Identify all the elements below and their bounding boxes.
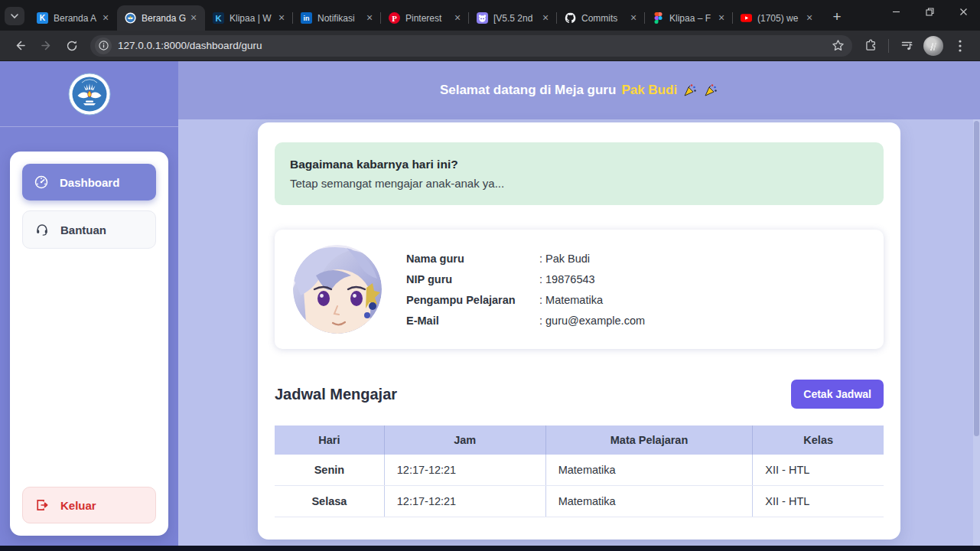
teacher-name: Pak Budi xyxy=(621,83,677,98)
tab-close-icon[interactable]: × xyxy=(363,12,376,24)
schedule-header-row: Jadwal Mengajar Cetak Jadwal xyxy=(275,380,884,409)
figma-favicon-icon xyxy=(652,12,664,24)
back-arrow-icon xyxy=(14,39,27,52)
cell-mata-pelajaran: Matematika xyxy=(545,455,753,486)
tab-title: Klipaa | W xyxy=(230,13,275,24)
welcome-banner: Selamat datang di Meja guru Pak Budi xyxy=(178,61,980,119)
cell-kelas: XII - HTL xyxy=(753,455,884,486)
tab-title: Commits xyxy=(581,13,627,24)
tab-klipaa-figma[interactable]: Klipaa – F × xyxy=(645,5,733,31)
tab-close-icon[interactable]: × xyxy=(539,12,552,24)
new-tab-button[interactable]: + xyxy=(827,7,847,27)
tab-search-button[interactable] xyxy=(5,7,24,25)
column-header-hari: Hari xyxy=(275,425,384,455)
sidebar-item-bantuan[interactable]: Bantuan xyxy=(22,210,156,249)
tab-title: Beranda G xyxy=(142,13,187,24)
speedometer-icon xyxy=(34,175,48,189)
tutwuri-favicon-icon xyxy=(124,12,136,24)
window-close-button[interactable] xyxy=(946,0,980,23)
klipaa-k-favicon-icon: K xyxy=(212,12,224,24)
tab-close-icon[interactable]: × xyxy=(187,12,200,24)
youtube-favicon-icon xyxy=(740,12,752,24)
sidebar-item-label: Dashboard xyxy=(60,176,119,189)
tab-list: K Beranda A × Beranda G × K Klipaa | W ×… xyxy=(29,0,821,31)
tab-youtube[interactable]: (1705) we × xyxy=(733,5,821,31)
browser-menu-button[interactable] xyxy=(948,34,972,58)
forward-button[interactable] xyxy=(34,34,58,58)
cell-hari: Senin xyxy=(275,455,384,486)
tab-title: Klipaa – F xyxy=(669,13,715,24)
tab-title: [V5.5 2nd xyxy=(493,13,539,24)
window-controls xyxy=(879,0,980,23)
klipaa-favicon-icon: K xyxy=(36,12,48,24)
tab-beranda-a[interactable]: K Beranda A × xyxy=(29,5,117,31)
field-label: NIP guru xyxy=(406,273,539,285)
window-minimize-button[interactable] xyxy=(879,0,913,23)
svg-text:K: K xyxy=(39,14,45,22)
field-value: : Pak Budi xyxy=(539,253,645,265)
greeting-title: Bagaimana kabarnya hari ini? xyxy=(290,158,868,171)
field-label: Nama guru xyxy=(406,253,539,265)
tab-close-icon[interactable]: × xyxy=(451,12,464,24)
linkedin-favicon-icon: in xyxy=(300,12,312,24)
tutwuri-handayani-logo xyxy=(68,73,111,116)
column-header-kelas: Kelas xyxy=(753,425,884,455)
tab-hoyolab[interactable]: [V5.5 2nd × xyxy=(469,5,557,31)
pinterest-favicon-icon: P xyxy=(388,12,400,24)
media-controls-button[interactable] xyxy=(894,34,919,58)
tab-github-commits[interactable]: Commits × xyxy=(557,5,645,31)
browser-toolbar: 127.0.0.1:8000/dashboard/guru xyxy=(0,31,980,61)
bookmark-star-icon[interactable] xyxy=(832,39,845,52)
reload-button[interactable] xyxy=(60,34,84,58)
cell-jam: 12:17-12:21 xyxy=(384,455,545,486)
logout-label: Keluar xyxy=(60,499,96,512)
back-button[interactable] xyxy=(8,34,32,58)
svg-text:K: K xyxy=(215,14,222,23)
browser-tab-strip: K Beranda A × Beranda G × K Klipaa | W ×… xyxy=(0,0,980,31)
sidebar-nav-card: Dashboard Bantuan Keluar xyxy=(10,152,168,536)
tab-notifikasi[interactable]: in Notifikasi × xyxy=(293,5,381,31)
scrollbar-thumb[interactable] xyxy=(974,121,979,436)
logout-button[interactable]: Keluar xyxy=(22,487,156,523)
field-value: : guru@example.com xyxy=(539,315,645,327)
field-label: E-Mail xyxy=(406,315,539,327)
toolbar-separator xyxy=(888,39,889,53)
profile-avatar-button[interactable] xyxy=(923,36,943,56)
tab-close-icon[interactable]: × xyxy=(275,12,288,24)
tab-pinterest[interactable]: P Pinterest × xyxy=(381,5,469,31)
tab-close-icon[interactable]: × xyxy=(715,12,728,24)
print-schedule-button[interactable]: Cetak Jadwal xyxy=(791,380,884,409)
party-popper-icon xyxy=(703,83,718,98)
hoyolab-favicon-icon xyxy=(476,12,488,24)
close-icon xyxy=(959,8,968,16)
sidebar-spacer xyxy=(22,249,156,487)
forward-arrow-icon xyxy=(40,39,53,52)
school-logo-wrap xyxy=(0,61,178,127)
tab-close-icon[interactable]: × xyxy=(803,12,816,24)
table-row: Senin 12:17-12:21 Matematika XII - HTL xyxy=(275,455,884,486)
page-scrollbar xyxy=(973,119,980,546)
cell-hari: Selasa xyxy=(275,486,384,517)
schedule-title: Jadwal Mengajar xyxy=(275,386,397,403)
sidebar-item-dashboard[interactable]: Dashboard xyxy=(22,164,156,201)
chevron-down-icon xyxy=(10,11,19,21)
tab-close-icon[interactable]: × xyxy=(99,12,112,24)
field-value: : Matematika xyxy=(539,294,645,306)
tab-klipaa-w[interactable]: K Klipaa | W × xyxy=(205,5,293,31)
main-area: Selamat datang di Meja guru Pak Budi Bag… xyxy=(178,61,980,546)
bottom-dark-strip xyxy=(0,546,980,551)
tab-close-icon[interactable]: × xyxy=(627,12,640,24)
tab-beranda-guru-active[interactable]: Beranda G × xyxy=(117,5,205,31)
tab-title: Notifikasi xyxy=(317,13,363,24)
column-header-mata-pelajaran: Mata Pelajaran xyxy=(545,425,753,455)
field-label: Pengampu Pelajaran xyxy=(406,294,539,306)
github-favicon-icon xyxy=(564,12,576,24)
logout-icon xyxy=(35,498,49,512)
url-text[interactable]: 127.0.0.1:8000/dashboard/guru xyxy=(118,40,825,51)
site-info-button[interactable] xyxy=(95,37,112,54)
address-bar[interactable]: 127.0.0.1:8000/dashboard/guru xyxy=(90,35,852,57)
window-restore-button[interactable] xyxy=(913,0,946,23)
schedule-table: Hari Jam Mata Pelajaran Kelas Senin 12:1… xyxy=(275,425,884,517)
extensions-button[interactable] xyxy=(858,34,883,58)
puzzle-icon xyxy=(864,39,877,52)
